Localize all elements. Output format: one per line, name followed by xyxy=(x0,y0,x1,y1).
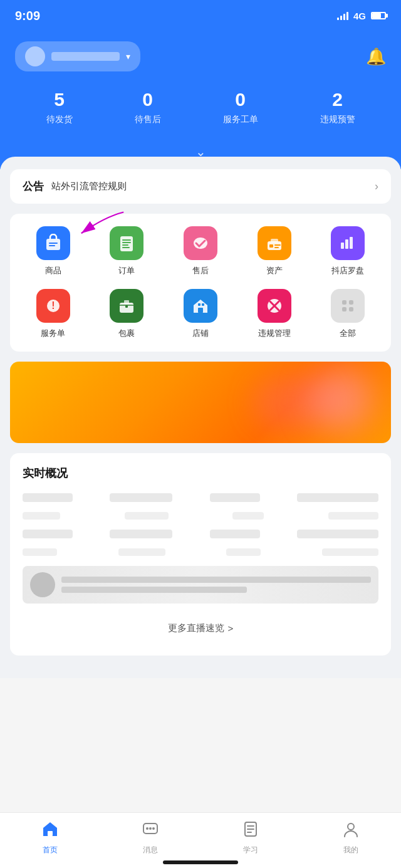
main-content: 公告 站外引流管控规则 › xyxy=(0,157,401,678)
blur-stat-4 xyxy=(297,493,378,502)
live-info xyxy=(61,577,371,593)
stat-pending-shipment[interactable]: 5 待发货 xyxy=(46,89,73,125)
stat-label-1: 待售后 xyxy=(135,114,161,125)
nav-label-study: 学习 xyxy=(243,845,258,855)
network-type: 4G xyxy=(353,11,366,21)
nav-item-home[interactable]: 首页 xyxy=(41,820,59,855)
profile-nav-icon xyxy=(342,820,360,842)
avatar xyxy=(25,46,45,66)
blur-stat-3 xyxy=(210,493,260,502)
menu-label-aftersale: 售后 xyxy=(192,265,209,276)
menu-section-wrapper: 商品 订单 xyxy=(10,214,391,352)
status-bar: 9:09 4G xyxy=(0,0,401,31)
service-icon: ! xyxy=(36,289,70,323)
menu-label-assets: 资产 xyxy=(266,265,283,276)
svg-point-36 xyxy=(149,827,152,830)
stat-service-order[interactable]: 0 服务工单 xyxy=(223,89,258,125)
blur-stats-row-1 xyxy=(23,493,378,502)
stat-number-1: 0 xyxy=(142,89,153,110)
svg-rect-24 xyxy=(202,303,204,306)
nav-item-study[interactable]: 学习 xyxy=(242,820,259,855)
menu-item-violation[interactable]: 违规管理 xyxy=(237,289,311,339)
stats-row: 5 待发货 0 待售后 0 服务工单 2 违规预警 xyxy=(15,89,386,125)
menu-label-service: 服务单 xyxy=(41,328,65,339)
announcement-text: 站外引流管控规则 xyxy=(51,180,127,192)
blur-val-1 xyxy=(23,512,60,520)
svg-rect-5 xyxy=(122,242,131,243)
store-icon xyxy=(184,289,217,323)
header: ▾ 🔔 5 待发货 0 待售后 0 服务工单 2 违规预警 xyxy=(0,31,401,144)
svg-rect-30 xyxy=(342,307,346,311)
menu-label-violation: 违规管理 xyxy=(258,328,291,339)
svg-rect-12 xyxy=(274,244,281,246)
stat-number-2: 0 xyxy=(235,89,246,110)
menu-item-package[interactable]: 包裹 xyxy=(90,289,164,339)
svg-rect-40 xyxy=(247,829,254,830)
assets-icon xyxy=(258,226,291,260)
stat-pending-aftersale[interactable]: 0 待售后 xyxy=(135,89,161,125)
menu-item-store[interactable]: 店铺 xyxy=(164,289,237,339)
stat-violation-warning[interactable]: 2 违规预警 xyxy=(320,89,355,125)
home-nav-icon xyxy=(41,820,59,842)
expand-chevron-icon: ⌄ xyxy=(195,144,206,159)
violation-icon xyxy=(258,289,291,323)
svg-rect-28 xyxy=(342,300,346,305)
svg-rect-0 xyxy=(46,239,60,250)
svg-rect-23 xyxy=(198,303,200,306)
bottom-nav: 首页 消息 学习 xyxy=(0,812,401,868)
realtime-title: 实时概况 xyxy=(23,466,378,481)
svg-rect-14 xyxy=(341,243,344,249)
menu-item-service[interactable]: ! 服务单 xyxy=(16,289,90,339)
blur-val-8 xyxy=(322,548,378,556)
product-icon xyxy=(36,226,70,260)
svg-rect-1 xyxy=(49,243,58,244)
stat-number-0: 5 xyxy=(54,89,65,110)
svg-rect-21 xyxy=(125,305,128,308)
svg-rect-7 xyxy=(122,247,130,248)
blur-stats-row-3 xyxy=(23,530,378,538)
blur-stats-row-4 xyxy=(23,548,378,556)
stat-label-0: 待发货 xyxy=(46,114,73,125)
blur-stat-2 xyxy=(110,493,172,502)
blur-val-6 xyxy=(118,548,165,556)
menu-label-package: 包裹 xyxy=(118,328,135,339)
svg-point-42 xyxy=(348,824,354,830)
promotional-banner[interactable] xyxy=(10,362,391,443)
blur-val-7 xyxy=(226,548,261,556)
blur-stat-7 xyxy=(210,530,260,538)
menu-item-aftersale[interactable]: 售后 xyxy=(164,226,237,276)
all-icon xyxy=(331,289,365,323)
store-selector[interactable]: ▾ xyxy=(15,41,140,71)
menu-item-all[interactable]: 全部 xyxy=(311,289,385,339)
menu-label-product: 商品 xyxy=(45,265,61,276)
menu-item-order[interactable]: 订单 xyxy=(90,226,164,276)
blur-val-2 xyxy=(125,512,169,520)
nav-item-profile[interactable]: 我的 xyxy=(342,820,360,855)
nav-item-message[interactable]: 消息 xyxy=(142,820,159,855)
announcement-bar[interactable]: 公告 站外引流管控规则 › xyxy=(10,169,391,204)
blur-stat-8 xyxy=(297,530,378,538)
menu-label-all: 全部 xyxy=(340,328,356,339)
svg-text:!: ! xyxy=(51,300,55,311)
menu-item-assets[interactable]: 资产 xyxy=(237,226,311,276)
menu-item-product[interactable]: 商品 xyxy=(16,226,90,276)
menu-item-compass[interactable]: 抖店罗盘 xyxy=(311,226,385,276)
notification-bell-icon[interactable]: 🔔 xyxy=(366,47,386,66)
more-livestream-link[interactable]: 更多直播速览 > xyxy=(23,614,378,643)
svg-rect-13 xyxy=(274,247,279,248)
battery-icon xyxy=(371,12,386,19)
more-livestream-arrow-icon: > xyxy=(228,623,234,634)
package-icon xyxy=(110,289,143,323)
live-item[interactable] xyxy=(23,566,378,604)
signal-icon xyxy=(337,11,348,20)
svg-rect-15 xyxy=(345,239,348,249)
blur-stat-1 xyxy=(23,493,73,502)
stat-label-3: 违规预警 xyxy=(320,114,355,125)
svg-rect-11 xyxy=(269,244,273,248)
app-container: 9:09 4G ▾ 🔔 5 xyxy=(0,0,401,728)
live-info-line-2 xyxy=(61,587,247,593)
svg-rect-3 xyxy=(120,236,133,251)
svg-rect-39 xyxy=(247,825,254,827)
order-icon xyxy=(110,226,143,260)
svg-rect-33 xyxy=(48,831,53,836)
